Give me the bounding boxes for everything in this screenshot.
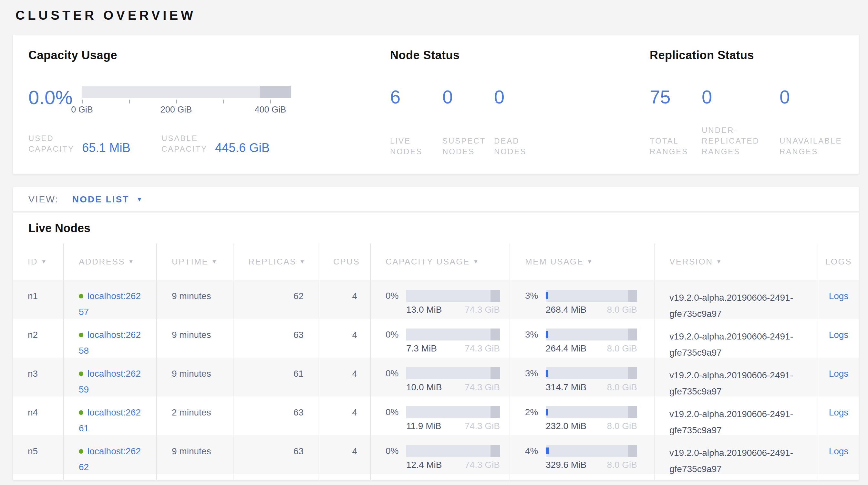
version-cell: v19.2.0-alpha.20190606-2491-gfe735c9a97 <box>655 358 818 396</box>
column-header-replicas[interactable]: REPLICAS▼ <box>234 244 318 280</box>
capacity-bar-other-segment <box>260 86 291 98</box>
logs-link[interactable]: Logs <box>829 369 848 379</box>
table-row: n5 localhost:262 62 9 minutes 63 4 0% 12… <box>13 435 859 474</box>
tick-label-200: 200 GiB <box>160 105 192 115</box>
capacity-usage-cell: 0% 10.0 MiB74.3 GiB <box>371 358 510 396</box>
node-address-link[interactable]: localhost:262 <box>88 369 141 379</box>
mem-used: 268.4 MiB <box>546 305 586 315</box>
capacity-percent: 0% <box>385 368 404 379</box>
replicas-cell: 63 <box>234 319 318 358</box>
mem-used: 314.7 MiB <box>546 382 586 393</box>
cpus-cell: 4 <box>318 435 371 474</box>
table-row: n1 localhost:262 57 9 minutes 62 4 0% 13… <box>13 280 859 319</box>
node-address-link[interactable]: localhost:262 <box>88 446 141 457</box>
version-cell: v19.2.0-alpha.20190606-2491-gfe735c9a97 <box>655 435 818 474</box>
capacity-total: 74.3 GiB <box>465 305 500 315</box>
mem-usage-cell: 2% 232.0 MiB8.0 GiB <box>510 396 655 435</box>
usable-capacity-value: 445.6 GiB <box>215 141 270 155</box>
mem-bar <box>546 367 637 379</box>
capacity-total: 74.3 GiB <box>465 382 500 393</box>
mem-usage-cell: 3% 314.7 MiB8.0 GiB <box>510 358 655 396</box>
capacity-bar: 0 GiB 200 GiB 400 GiB <box>82 86 291 114</box>
mem-bar <box>546 445 637 457</box>
node-live-dot-icon <box>79 372 83 376</box>
logs-link[interactable]: Logs <box>829 446 848 456</box>
under-replicated-ranges-label: UNDER-REPLICATED RANGES <box>702 125 779 157</box>
total-ranges-label: TOTAL RANGES <box>650 136 702 157</box>
used-capacity-value: 65.1 MiB <box>82 141 130 155</box>
mem-used: 264.4 MiB <box>546 343 586 354</box>
capacity-used: 12.4 MiB <box>406 460 442 470</box>
capacity-percent: 0% <box>385 446 404 456</box>
mem-percent: 3% <box>525 368 543 379</box>
column-header-id[interactable]: ID▼ <box>13 244 64 280</box>
column-header-logs: LOGS <box>818 244 859 280</box>
node-address-cell: localhost:262 59 <box>64 358 157 396</box>
column-header-mem-usage[interactable]: MEM USAGE▼ <box>510 244 655 280</box>
cpus-cell: 4 <box>318 280 371 319</box>
node-address-link[interactable]: localhost:262 <box>88 291 141 301</box>
node-address-cell: localhost:262 57 <box>64 280 157 319</box>
page-title: CLUSTER OVERVIEW <box>16 8 859 23</box>
uptime-cell: 9 minutes <box>157 319 234 358</box>
used-capacity-stat: USED CAPACITY 65.1 MiB <box>28 133 161 154</box>
logs-link[interactable]: Logs <box>829 330 848 340</box>
column-header-address[interactable]: ADDRESS▼ <box>64 244 157 280</box>
view-dropdown[interactable]: NODE LIST ▼ <box>72 194 144 205</box>
replicas-cell: 63 <box>234 435 318 474</box>
live-nodes-table: ID▼ ADDRESS▼ UPTIME▼ REPLICAS▼ CPUS CAPA… <box>13 244 859 480</box>
cpus-cell: 4 <box>318 396 371 435</box>
node-address-link[interactable]: 59 <box>79 384 89 395</box>
mem-used: 329.6 MiB <box>546 460 586 470</box>
node-live-dot-icon <box>79 449 83 454</box>
capacity-used: 11.9 MiB <box>406 421 441 431</box>
capacity-usage-section: Capacity Usage 0.0% <box>28 49 390 174</box>
table-header-row: ID▼ ADDRESS▼ UPTIME▼ REPLICAS▼ CPUS CAPA… <box>13 244 859 280</box>
tick-label-400: 400 GiB <box>254 105 286 115</box>
table-row: n4 localhost:262 61 2 minutes 63 4 0% 11… <box>13 396 859 435</box>
column-header-capacity-usage[interactable]: CAPACITY USAGE▼ <box>371 244 510 280</box>
sort-desc-icon: ▼ <box>716 259 722 265</box>
column-header-uptime[interactable]: UPTIME▼ <box>157 244 234 280</box>
capacity-usage-cell: 0% 12.4 MiB74.3 GiB <box>371 435 510 474</box>
uptime-cell: 2 minutes <box>157 396 234 435</box>
chevron-down-icon: ▼ <box>136 196 144 203</box>
capacity-used: 10.0 MiB <box>406 382 442 393</box>
node-id-cell: n2 <box>13 319 64 358</box>
node-address-link[interactable]: localhost:262 <box>88 330 141 340</box>
logs-link[interactable]: Logs <box>829 407 848 418</box>
capacity-percent: 0% <box>385 330 404 340</box>
usable-capacity-label: USABLE CAPACITY <box>161 133 215 154</box>
node-address-link[interactable]: 57 <box>79 307 89 317</box>
suspect-nodes-value: 0 <box>442 87 494 107</box>
uptime-cell: 9 minutes <box>157 435 234 474</box>
live-nodes-label: LIVE NODES <box>390 136 442 157</box>
suspect-nodes-stat: 0 SUSPECT NODES <box>442 87 494 157</box>
view-selector-bar: VIEW: NODE LIST ▼ <box>13 187 859 211</box>
view-dropdown-value[interactable]: NODE LIST <box>72 194 129 205</box>
capacity-total: 74.3 GiB <box>465 460 500 470</box>
mem-percent: 3% <box>525 291 543 301</box>
view-label: VIEW: <box>28 194 59 205</box>
logs-link[interactable]: Logs <box>829 291 848 301</box>
node-id-cell: n1 <box>13 280 64 319</box>
node-address-link[interactable]: localhost:262 <box>88 407 141 418</box>
node-status-heading: Node Status <box>390 49 650 62</box>
table-row: n3 localhost:262 59 9 minutes 61 4 0% 10… <box>13 358 859 396</box>
node-id-cell: n4 <box>13 396 64 435</box>
node-address-link[interactable]: 58 <box>79 346 89 356</box>
column-header-version[interactable]: VERSION▼ <box>655 244 818 280</box>
uptime-cell: 9 minutes <box>157 358 234 396</box>
replication-status-section: Replication Status 75 TOTAL RANGES 0 UND… <box>650 49 859 174</box>
mem-total: 8.0 GiB <box>607 343 637 354</box>
node-address-link[interactable]: 62 <box>79 462 89 473</box>
dead-nodes-label: DEAD NODES <box>494 136 552 157</box>
table-row: n2 localhost:262 58 9 minutes 63 4 0% 7.… <box>13 319 859 358</box>
capacity-bar <box>406 367 500 379</box>
node-address-link[interactable]: 61 <box>79 423 89 434</box>
capacity-usage-cell: 0% 7.3 MiB74.3 GiB <box>371 319 510 358</box>
mem-bar <box>546 329 637 340</box>
mem-bar <box>546 290 637 302</box>
version-cell: v19.2.0-alpha.20190606-2491-gfe735c9a97 <box>655 396 818 435</box>
dead-nodes-value: 0 <box>494 87 552 107</box>
